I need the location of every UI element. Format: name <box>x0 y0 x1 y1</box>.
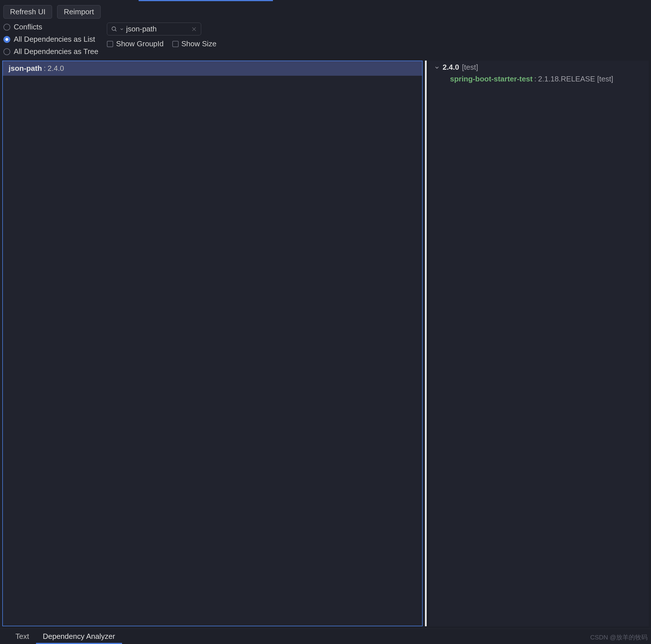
tree-root-node[interactable]: 2.4.0 [test] <box>434 63 644 72</box>
search-box[interactable] <box>107 23 201 35</box>
bottom-tabs: Text Dependency Analyzer <box>0 629 651 644</box>
tree-child-artifact: spring-boot-starter-test <box>450 74 533 84</box>
tab-dependency-analyzer[interactable]: Dependency Analyzer <box>36 629 122 644</box>
panel-divider[interactable] <box>425 61 427 626</box>
radio-icon <box>3 48 10 55</box>
checkbox-show-size[interactable]: Show Size <box>172 39 217 48</box>
dependency-version: 2.4.0 <box>48 64 64 73</box>
tree-child-node[interactable]: spring-boot-starter-test : 2.1.18.RELEAS… <box>450 74 644 84</box>
refresh-button[interactable]: Refresh UI <box>3 5 52 19</box>
toolbar-options-row: Conflicts All Dependencies as List All D… <box>3 23 648 56</box>
radio-all-tree-label: All Dependencies as Tree <box>14 47 98 56</box>
checkbox-show-groupid[interactable]: Show GroupId <box>107 39 163 48</box>
radio-icon <box>3 24 10 31</box>
dropdown-caret-icon[interactable] <box>120 28 123 31</box>
top-accent-line <box>0 0 651 1</box>
tree-root-scope: [test] <box>462 63 478 72</box>
reimport-button[interactable]: Reimport <box>57 5 100 19</box>
toolbar: Refresh UI Reimport Conflicts All Depend… <box>0 1 651 61</box>
search-input[interactable] <box>126 25 188 33</box>
dependency-separator: : <box>44 64 46 73</box>
tree-root-version: 2.4.0 <box>443 63 459 72</box>
radio-all-list-label: All Dependencies as List <box>14 35 95 44</box>
dependency-tree-panel[interactable]: 2.4.0 [test] spring-boot-starter-test : … <box>429 61 649 626</box>
display-options: Show GroupId Show Size <box>107 39 216 48</box>
tree-child-separator: : <box>534 74 536 84</box>
dependency-row-selected[interactable]: json-path : 2.4.0 <box>3 61 422 76</box>
radio-all-tree[interactable]: All Dependencies as Tree <box>3 47 98 56</box>
chevron-down-icon[interactable] <box>434 65 440 70</box>
tab-text[interactable]: Text <box>8 629 36 644</box>
radio-conflicts[interactable]: Conflicts <box>3 23 98 31</box>
toolbar-buttons-row: Refresh UI Reimport <box>3 5 648 19</box>
checkbox-show-size-label: Show Size <box>182 39 217 48</box>
radio-icon <box>3 36 10 43</box>
watermark: CSDN @放羊的牧码 <box>590 633 648 642</box>
dependencies-list-panel[interactable]: json-path : 2.4.0 <box>2 61 423 626</box>
search-icon <box>111 26 118 32</box>
tree-child-details: 2.1.18.RELEASE [test] <box>538 74 613 84</box>
view-mode-radio-group: Conflicts All Dependencies as List All D… <box>3 23 98 56</box>
dependency-name: json-path <box>8 64 42 73</box>
checkbox-show-groupid-label: Show GroupId <box>116 39 163 48</box>
radio-conflicts-label: Conflicts <box>14 23 42 31</box>
checkbox-icon <box>172 41 179 47</box>
checkbox-icon <box>107 41 113 47</box>
radio-all-list[interactable]: All Dependencies as List <box>3 35 98 44</box>
clear-icon[interactable] <box>191 26 197 32</box>
svg-point-0 <box>112 27 116 30</box>
main-content: json-path : 2.4.0 2.4.0 [test] spring-bo… <box>0 61 651 629</box>
svg-line-1 <box>115 30 117 31</box>
